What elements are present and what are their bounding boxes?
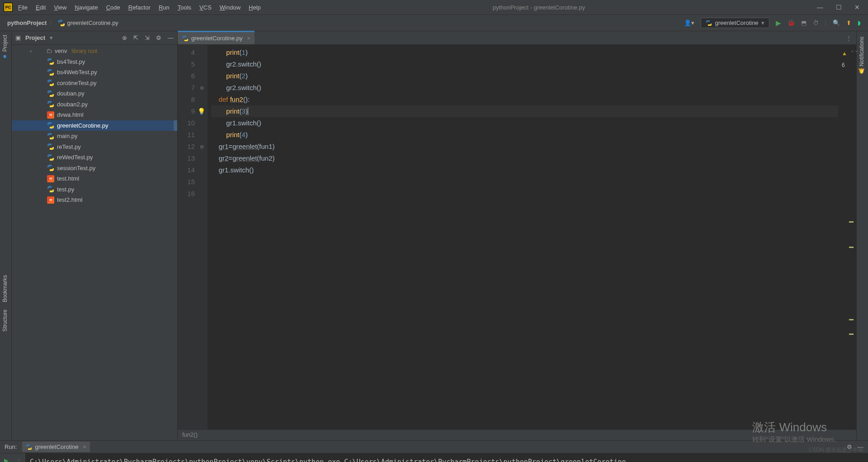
tree-item-dvwa-html[interactable]: Hdvwa.html	[12, 110, 177, 120]
breadcrumb-sep-icon: 〉	[49, 19, 55, 27]
code-line-6[interactable]: print(2)	[211, 70, 838, 82]
tree-item-douban2-py[interactable]: douban2.py	[12, 99, 177, 110]
minimize-button[interactable]: —	[817, 4, 823, 11]
sidebar-settings-button[interactable]: ⚙	[156, 34, 161, 41]
sidebar-title: Project	[25, 34, 45, 41]
run-button[interactable]: ▶	[776, 19, 781, 27]
tree-item-test-py[interactable]: test.py	[12, 184, 177, 195]
expand-button[interactable]: ⇱	[133, 34, 138, 41]
breadcrumb: pythonProject 〉 greenletCorotine.py	[7, 19, 118, 27]
locate-button[interactable]: ⊕	[122, 34, 127, 41]
csdn-watermark: CSDN @永远是少年啊	[808, 446, 863, 454]
nav-up-icon[interactable]: ˄	[851, 48, 854, 59]
close-run-tab-button[interactable]: ×	[83, 443, 87, 450]
maximize-button[interactable]: ☐	[836, 4, 842, 11]
warning-icon: ▲	[842, 50, 847, 57]
bookmarks-tool-tab[interactable]: Bookmarks	[0, 271, 10, 306]
run-side-toolbar: ▶ 🔧 ■ ▤ 📌	[0, 453, 13, 462]
run-body: ▶ 🔧 ■ ▤ 📌 ↑ ↓ ⤶ ⤓ 🖶 🗑 C:\Users\Administr…	[0, 453, 868, 462]
code-line-4[interactable]: print(1)	[211, 47, 838, 58]
tree-item-reTest-py[interactable]: reTest.py	[12, 142, 177, 152]
code-line-15[interactable]: gr2=greenlet(fun2)	[211, 152, 838, 164]
tree-item-test-html[interactable]: Htest.html	[12, 173, 177, 184]
code-line-10[interactable]: 💡 print(3)​	[211, 105, 838, 117]
sidebar-header: ▣ Project ▾ ⊕ ⇱ ⇲ ⚙ —	[12, 31, 177, 45]
up-button[interactable]: ↑	[18, 457, 21, 462]
window-controls: — ☐ ✕	[817, 4, 864, 11]
menu-code[interactable]: Code	[106, 4, 120, 11]
editor-area: greenletCorotine.py × ⋮ 4567891011121314…	[178, 31, 856, 440]
editor-tab-label: greenletCorotine.py	[191, 35, 242, 42]
left-tool-rail: ■ Project Bookmarks Structure	[0, 31, 12, 440]
code-line-9[interactable]: def fun2():	[211, 94, 838, 105]
run-config-label: greenletCorotine	[715, 19, 758, 26]
tree-item-douban-py[interactable]: douban.py	[12, 88, 177, 99]
editor-breadcrumb[interactable]: fun2()	[178, 429, 856, 440]
title-bar: PC FileEditViewNavigateCodeRefactorRunTo…	[0, 0, 868, 15]
close-window-button[interactable]: ✕	[854, 4, 860, 11]
project-tool-tab[interactable]: ■ Project	[0, 31, 10, 63]
menu-file[interactable]: File	[18, 4, 28, 11]
run-tab[interactable]: greenletCorotine ×	[22, 442, 90, 452]
tree-item-corotineTest-py[interactable]: corotineTest.py	[12, 78, 177, 89]
profile-button[interactable]: ⏱	[813, 19, 819, 26]
rerun-button[interactable]: ▶	[4, 457, 9, 462]
menu-run[interactable]: Run	[159, 4, 170, 11]
code-line-5[interactable]: gr2.switch()	[211, 58, 838, 70]
tree-item-test2-html[interactable]: Htest2.html	[12, 195, 177, 205]
tree-item-bs4WebTest-py[interactable]: bs4WebTest.py	[12, 67, 177, 78]
tree-item-venv[interactable]: ›🗀venvlibrary root	[12, 46, 177, 57]
breadcrumb-project[interactable]: pythonProject	[7, 19, 47, 26]
run-config-selector[interactable]: greenletCorotine ▾	[701, 18, 769, 28]
warnings-badge[interactable]: ▲ 6	[842, 48, 847, 71]
ide-features-button[interactable]: ◗	[858, 19, 861, 26]
python-icon	[182, 35, 189, 42]
chevron-down-icon[interactable]: ▾	[50, 34, 53, 41]
gutter-icons: ⊖⊖⊖	[199, 45, 208, 429]
tree-item-sessionTest-py[interactable]: sessionTest.py	[12, 163, 177, 174]
tree-item-main-py[interactable]: main.py	[12, 131, 177, 142]
tree-item-reWedTest-py[interactable]: reWedTest.py	[12, 152, 177, 163]
editor-tab[interactable]: greenletCorotine.py ×	[178, 31, 255, 44]
app-icon: PC	[4, 3, 13, 12]
toolbar-sep: |	[825, 19, 826, 26]
hide-sidebar-button[interactable]: —	[168, 34, 174, 41]
code-line-7[interactable]: gr2.switch()	[211, 82, 838, 94]
breadcrumb-file-label: greenletCorotine.py	[67, 19, 118, 26]
menu-tools[interactable]: Tools	[178, 4, 191, 11]
sync-button[interactable]: ⬆	[846, 19, 851, 26]
search-button[interactable]: 🔍	[833, 19, 840, 26]
console-output[interactable]: C:\Users\Administrator\PycharmProjects\p…	[25, 453, 868, 462]
run-header: Run: greenletCorotine × ⚙ —	[0, 441, 868, 453]
editor-body[interactable]: 45678910111213141516 ⊖⊖⊖ print(1) gr2.sw…	[178, 45, 856, 429]
structure-tool-tab[interactable]: Structure	[0, 306, 10, 335]
tree-item-greenletCorotine-py[interactable]: greenletCorotine.py	[12, 120, 177, 131]
menu-view[interactable]: View	[54, 4, 66, 11]
coverage-button[interactable]: ⬒	[801, 19, 807, 26]
user-icon[interactable]: 👤▾	[684, 19, 694, 26]
main-area: ■ Project Bookmarks Structure ▣ Project …	[0, 31, 868, 440]
right-tool-rail: 🔔 Notifications	[856, 31, 868, 440]
code-line-14[interactable]: gr1=greenlet(fun1)	[211, 141, 838, 152]
code-line-11[interactable]: gr1.switch()	[211, 117, 838, 129]
debug-button[interactable]: 🐞	[788, 19, 795, 26]
menu-edit[interactable]: Edit	[36, 4, 46, 11]
menu-help[interactable]: Help	[249, 4, 261, 11]
breadcrumb-file[interactable]: greenletCorotine.py	[58, 19, 118, 27]
project-tree: ›🗀venvlibrary rootbs4Test.pybs4WebTest.p…	[12, 45, 177, 440]
code-line-12[interactable]: print(4)	[211, 129, 838, 141]
close-tab-button[interactable]: ×	[247, 35, 250, 42]
code-area[interactable]: print(1) gr2.switch() print(2) gr2.switc…	[208, 45, 842, 429]
menu-navigate[interactable]: Navigate	[75, 4, 98, 11]
menu-refactor[interactable]: Refactor	[128, 4, 151, 11]
editor-tabs-menu-button[interactable]: ⋮	[841, 32, 856, 44]
tree-item-bs4Test-py[interactable]: bs4Test.py	[12, 57, 177, 67]
collapse-button[interactable]: ⇲	[145, 34, 150, 41]
menu-vcs[interactable]: VCS	[199, 4, 212, 11]
menu-window[interactable]: Window	[220, 4, 241, 11]
project-sidebar: ▣ Project ▾ ⊕ ⇱ ⇲ ⚙ — ›🗀venvlibrary root…	[12, 31, 178, 440]
code-line-16[interactable]: gr1.switch()	[211, 164, 838, 176]
chevron-down-icon: ▾	[761, 19, 764, 26]
notifications-tool-tab[interactable]: 🔔 Notifications	[857, 33, 867, 78]
main-menu: FileEditViewNavigateCodeRefactorRunTools…	[18, 4, 261, 11]
